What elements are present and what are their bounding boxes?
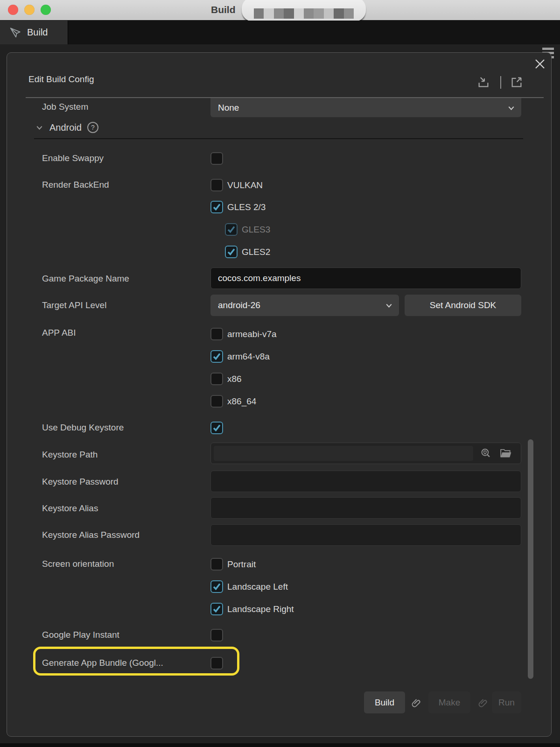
- keystore-password-input[interactable]: [210, 471, 521, 492]
- build-button[interactable]: Build: [364, 691, 405, 713]
- run-button[interactable]: Run: [492, 691, 521, 713]
- set-android-sdk-label: Set Android SDK: [430, 300, 497, 310]
- job-system-value: None: [218, 103, 239, 113]
- tab-bar: Build: [0, 21, 560, 44]
- generate-app-bundle-checkbox[interactable]: [210, 657, 223, 669]
- window-titlebar: Build: [0, 0, 560, 21]
- keystore-path-input[interactable]: [214, 446, 473, 461]
- search-location-icon[interactable]: [479, 446, 493, 460]
- build-button-label: Build: [375, 698, 394, 708]
- keystore-password-label: Keystore Password: [42, 476, 119, 488]
- app-abi-label: APP ABI: [42, 327, 76, 339]
- render-backend-label: Render BackEnd: [42, 179, 109, 191]
- redacted-title-text: [242, 0, 366, 21]
- arm64-v8a-label: arm64-v8a: [227, 352, 270, 362]
- minimize-window-button[interactable]: [24, 5, 35, 15]
- use-debug-keystore-checkbox[interactable]: [210, 422, 223, 434]
- google-play-instant-label: Google Play Instant: [42, 629, 119, 641]
- link-build-make-icon: [409, 696, 422, 709]
- keystore-alias-input[interactable]: [210, 497, 521, 519]
- vulkan-checkbox[interactable]: [210, 179, 223, 191]
- section-android[interactable]: Android ?: [35, 122, 98, 133]
- paper-plane-icon: [9, 27, 21, 39]
- landscape-right-checkbox[interactable]: [210, 603, 223, 615]
- armeabi-v7a-checkbox[interactable]: [210, 328, 223, 340]
- close-icon[interactable]: [532, 56, 547, 71]
- target-api-level-select[interactable]: android-26: [210, 295, 399, 316]
- chevron-down-icon: [507, 104, 516, 113]
- landscape-left-checkbox[interactable]: [210, 580, 223, 593]
- gles3-label: GLES3: [242, 225, 270, 235]
- gles2-label: GLES2: [242, 247, 270, 257]
- keystore-alias-password-input[interactable]: [210, 524, 521, 546]
- set-android-sdk-button[interactable]: Set Android SDK: [405, 295, 521, 316]
- folder-open-icon[interactable]: [499, 446, 513, 460]
- arm64-v8a-checkbox[interactable]: [210, 350, 223, 363]
- landscape-left-label: Landscape Left: [227, 582, 288, 592]
- help-circle-icon[interactable]: ?: [87, 122, 98, 133]
- tab-build-label: Build: [27, 27, 48, 38]
- keystore-path-field: [210, 443, 521, 464]
- make-button[interactable]: Make: [428, 691, 470, 713]
- zoom-window-button[interactable]: [41, 5, 51, 15]
- collapse-chevron-icon: [35, 123, 44, 132]
- x86-checkbox[interactable]: [210, 373, 223, 385]
- export-config-icon[interactable]: [509, 75, 524, 90]
- section-android-label: Android: [49, 122, 82, 133]
- import-config-icon[interactable]: [476, 75, 491, 90]
- game-package-name-value: cocos.com.examples: [218, 273, 301, 283]
- x86-label: x86: [227, 374, 242, 384]
- gles2-checkbox[interactable]: [225, 246, 238, 258]
- target-api-level-value: android-26: [218, 300, 260, 310]
- portrait-label: Portrait: [227, 559, 256, 570]
- screen-orientation-label: Screen orientation: [42, 558, 114, 570]
- window-bottom-edge: [0, 743, 560, 747]
- section-divider: [34, 138, 523, 139]
- enable-swappy-label: Enable Swappy: [42, 152, 104, 164]
- keystore-alias-password-label: Keystore Alias Password: [42, 529, 140, 541]
- link-make-run-icon: [476, 696, 489, 709]
- close-window-button[interactable]: [8, 5, 18, 15]
- game-package-name-input[interactable]: cocos.com.examples: [210, 268, 521, 289]
- run-button-label: Run: [498, 698, 515, 708]
- google-play-instant-checkbox[interactable]: [210, 629, 223, 641]
- tab-build[interactable]: Build: [0, 21, 68, 44]
- chevron-down-icon: [385, 301, 393, 310]
- dialog-title: Edit Build Config: [28, 74, 94, 85]
- enable-swappy-checkbox[interactable]: [210, 152, 223, 165]
- gles23-checkbox[interactable]: [210, 201, 223, 213]
- portrait-checkbox[interactable]: [210, 558, 223, 571]
- gles3-checkbox: [225, 223, 238, 236]
- edit-build-config-dialog: Edit Build Config Job System None Androi…: [7, 52, 552, 737]
- landscape-right-label: Landscape Right: [227, 604, 294, 614]
- window-title: Build: [211, 4, 236, 15]
- keystore-path-label: Keystore Path: [42, 449, 98, 461]
- x86-64-label: x86_64: [227, 396, 256, 407]
- job-system-select[interactable]: None: [210, 98, 521, 117]
- use-debug-keystore-label: Use Debug Keystore: [42, 422, 124, 434]
- vulkan-label: VULKAN: [227, 180, 263, 190]
- job-system-label: Job System: [42, 101, 88, 113]
- header-separator: [500, 76, 501, 89]
- x86-64-checkbox[interactable]: [210, 395, 223, 408]
- target-api-level-label: Target API Level: [42, 299, 106, 311]
- scrollbar-thumb[interactable]: [528, 439, 533, 679]
- generate-app-bundle-label: Generate App Bundle (Googl...: [42, 657, 163, 669]
- game-package-name-label: Game Package Name: [42, 273, 129, 285]
- armeabi-v7a-label: armeabi-v7a: [227, 329, 277, 339]
- keystore-alias-label: Keystore Alias: [42, 502, 98, 514]
- gles23-label: GLES 2/3: [227, 202, 266, 212]
- make-button-label: Make: [439, 698, 460, 708]
